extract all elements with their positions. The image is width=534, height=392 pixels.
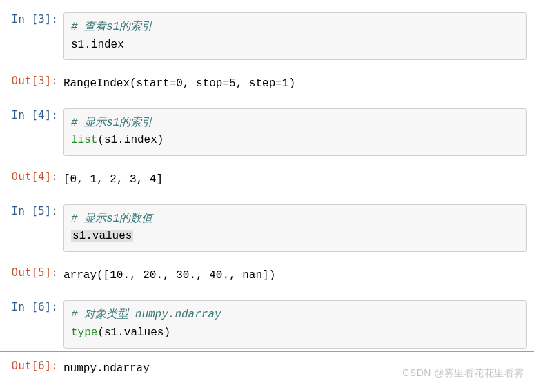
output-prompt: Out[3]: — [0, 71, 63, 90]
code-cell[interactable]: In [3]: # 查看s1的索引 s1.index — [0, 6, 534, 67]
output-prompt: Out[4]: — [0, 167, 63, 186]
output-cell: Out[6]: numpy.ndarray — [0, 352, 534, 386]
code-input[interactable]: # 显示s1的数值 s1.values — [63, 204, 527, 252]
code-cell[interactable]: In [4]: # 显示s1的索引 list(s1.index) — [0, 101, 534, 163]
code-cell-selected[interactable]: In [6]: # 对象类型 numpy.ndarray type(s1.val… — [0, 293, 534, 351]
code-cell[interactable]: In [5]: # 显示s1的数值 s1.values — [0, 197, 534, 259]
code-input[interactable]: # 显示s1的索引 list(s1.index) — [63, 108, 527, 156]
output-text: numpy.ndarray — [63, 359, 527, 380]
output-cell: Out[5]: array([10., 20., 30., 40., nan]) — [0, 259, 534, 293]
output-prompt: Out[6]: — [0, 356, 63, 375]
builtin-func: type — [71, 326, 97, 339]
code-comment: # 对象类型 numpy.ndarray — [71, 308, 221, 321]
builtin-func: list — [71, 134, 97, 146]
code-comment: # 显示s1的索引 — [71, 117, 152, 129]
code-args: (s1.index) — [97, 134, 164, 146]
code-expression: s1.index — [71, 39, 124, 51]
input-prompt: In [4]: — [0, 106, 63, 124]
output-text: array([10., 20., 30., 40., nan]) — [63, 266, 527, 286]
output-text: RangeIndex(start=0, stop=5, step=1) — [63, 74, 527, 95]
jupyter-notebook: In [3]: # 查看s1的索引 s1.index Out[3]: Range… — [0, 0, 534, 386]
output-text: [0, 1, 2, 3, 4] — [63, 170, 527, 190]
code-args: (s1.values) — [97, 326, 170, 339]
code-expression-selected: s1.values — [71, 230, 133, 242]
input-prompt: In [5]: — [0, 202, 63, 220]
code-input[interactable]: # 对象类型 numpy.ndarray type(s1.values) — [63, 300, 527, 348]
output-prompt: Out[5]: — [0, 263, 63, 282]
code-input[interactable]: # 查看s1的索引 s1.index — [63, 12, 527, 60]
input-prompt: In [6]: — [0, 297, 63, 316]
output-cell: Out[4]: [0, 1, 2, 3, 4] — [0, 163, 534, 197]
output-cell: Out[3]: RangeIndex(start=0, stop=5, step… — [0, 67, 534, 101]
code-comment: # 查看s1的索引 — [71, 21, 152, 33]
code-comment: # 显示s1的数值 — [71, 213, 152, 225]
input-prompt: In [3]: — [0, 10, 63, 28]
